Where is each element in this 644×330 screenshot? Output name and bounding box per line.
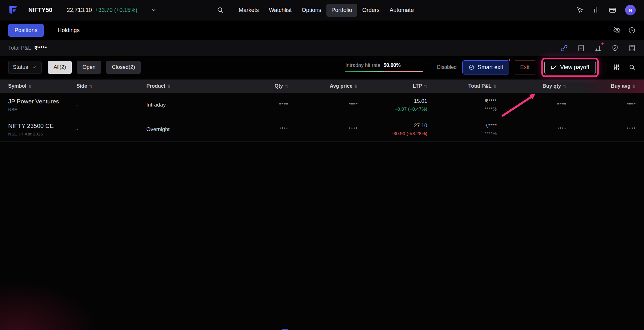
buy-qty-cell: **** [497,127,566,132]
hit-rate-bar-green [345,71,384,72]
ltp-value: 15.01 [358,98,427,104]
tab-holdings[interactable]: Holdings [58,27,80,34]
total-pnl-cell: ₹**** ****% [427,123,497,136]
search-icon[interactable] [629,64,636,71]
sort-icon: ⇅ [632,84,636,89]
app-root: NIFTY50 22,713.10 +33.70 (+0.15%) Market… [0,0,644,330]
symbol-meta: NSE | 7 Apr 2026 [8,132,76,136]
divider [606,62,606,72]
sort-icon: ⇅ [167,84,171,89]
corner-glow [0,283,98,330]
sort-icon: ⇅ [354,84,358,89]
pnl-value: ₹**** [427,123,497,129]
hit-rate-label: Intraday hit rate [345,63,380,68]
total-pnl-value: ₹**** [34,45,47,52]
pointer-icon[interactable] [576,6,584,14]
index-ticker[interactable]: NIFTY50 22,713.10 +33.70 (+0.15%) [28,7,157,14]
tabs-actions [613,26,636,34]
pnl-percent: ****% [427,131,497,136]
symbol-name: NIFTY 23500 CE [8,123,76,129]
column-header-symbol[interactable]: Symbol⇅ [8,83,76,89]
qty-cell: **** [219,127,288,132]
column-header-buy-avg[interactable]: Buy avg⇅ [566,83,636,89]
nav-item-automate[interactable]: Automate [385,4,419,17]
clock-icon[interactable] [628,26,636,34]
annotation-highlight-box: View payoff [541,58,599,77]
nav-item-portfolio[interactable]: Portfolio [326,4,357,17]
nav-item-orders[interactable]: Orders [357,4,385,17]
column-header-ltp[interactable]: LTP⇅ [358,83,427,89]
navbar-actions: N [576,5,636,15]
sparkle-icon: ✦ [601,41,604,46]
column-header-qty[interactable]: Qty⇅ [219,83,288,89]
product-cell: Overnight [146,126,219,133]
shield-check-icon[interactable] [611,44,619,52]
status-dropdown[interactable]: Status [8,61,42,74]
chevron-down-icon[interactable] [150,7,157,13]
buy-avg-cell: **** [566,127,636,132]
product-cell: Intraday [146,102,219,108]
hit-rate-value: 50.00% [383,63,400,68]
qty-cell: **** [219,102,288,108]
symbol-cell: JP Power Ventures NSE [8,98,76,112]
view-payoff-button[interactable]: View payoff [544,61,596,74]
sort-icon: ⇅ [424,84,427,89]
filter-chip-open[interactable]: Open [77,61,101,74]
avg-price-cell: **** [288,102,358,108]
wallet-icon[interactable] [609,6,616,14]
search-icon[interactable] [217,6,224,14]
filter-chip-closed[interactable]: Closed(2) [106,61,141,74]
summary-actions: ✦ [560,44,636,52]
nav-item-watchlist[interactable]: Watchlist [264,4,297,17]
divider [430,62,430,72]
column-header-side[interactable]: Side⇅ [76,83,146,89]
intraday-hit-rate: Intraday hit rate 50.00% [345,63,423,72]
view-payoff-label: View payoff [560,64,589,71]
app-logo[interactable] [7,3,20,17]
buy-avg-cell: **** [566,102,636,108]
sliders-icon[interactable] [613,63,620,71]
calculator-icon[interactable] [628,44,636,52]
avg-price-cell: **** [288,127,358,132]
positions-table-header: Symbol⇅ Side⇅ Product⇅ Qty⇅ Avg price⇅ L… [0,80,644,93]
smart-exit-button[interactable]: Smart exit ✦ [462,60,509,74]
portfolio-tabs-bar: Positions Holdings [0,20,644,40]
eye-off-icon[interactable] [613,26,621,34]
avatar[interactable]: N [625,5,636,15]
filter-chip-all[interactable]: All(2) [48,61,72,74]
nav-item-markets[interactable]: Markets [234,4,264,17]
summary-bar: Total P&L ₹**** ✦ [0,40,644,56]
side-cell: - [76,102,146,108]
column-header-product[interactable]: Product⇅ [146,83,219,89]
sort-icon: ⇅ [28,84,32,89]
nav-item-options[interactable]: Options [297,4,326,17]
side-cell: - [76,126,146,133]
analytics-sparkle-icon[interactable]: ✦ [594,44,602,52]
pnl-percent: ****% [427,106,497,112]
smart-exit-label: Smart exit [478,64,503,71]
report-icon[interactable] [577,44,585,52]
table-row[interactable]: JP Power Ventures NSE - Intraday **** **… [0,93,644,117]
ltp-value: 27.10 [358,123,427,129]
ltp-cell: 27.10 -30.90 (-53.28%) [358,123,427,136]
sort-icon: ⇅ [285,84,288,89]
main-nav: Markets Watchlist Options Portfolio Orde… [217,4,419,17]
ltp-cell: 15.01 +0.07 (+0.47%) [358,98,427,112]
column-header-avg-price[interactable]: Avg price⇅ [288,83,358,89]
column-header-buy-qty[interactable]: Buy qty⇅ [497,83,566,89]
status-label: Status [13,64,28,70]
index-price: 22,713.10 [67,7,92,14]
link-icon[interactable] [560,44,568,52]
chevron-down-icon [32,65,37,70]
symbol-cell: NIFTY 23500 CE NSE | 7 Apr 2026 [8,123,76,136]
tab-positions[interactable]: Positions [8,24,44,37]
symbol-meta: NSE [8,107,76,112]
filter-row: Status All(2) Open Closed(2) Intraday hi… [0,56,644,78]
hit-rate-bar [345,71,423,72]
pnl-value: ₹**** [427,98,497,104]
exit-button[interactable]: Exit [514,60,536,74]
check-circle-icon [468,64,475,70]
candlestick-icon[interactable] [592,6,600,14]
column-header-total-pnl[interactable]: Total P&L⇅ [427,83,497,89]
table-row[interactable]: NIFTY 23500 CE NSE | 7 Apr 2026 - Overni… [0,117,644,142]
